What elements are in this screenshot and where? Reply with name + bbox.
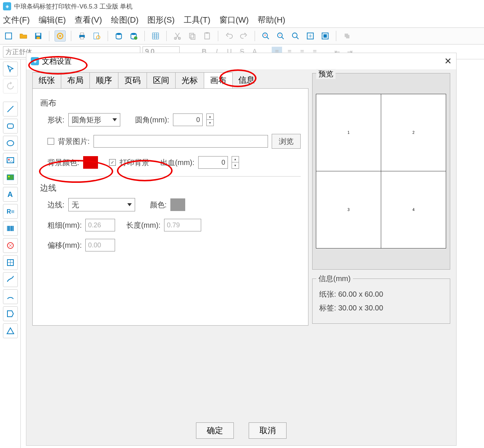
menu-file[interactable]: 文件(F) [3, 14, 30, 26]
radius-spinner[interactable]: ▲▼ [206, 113, 214, 126]
border-color-swatch[interactable] [170, 198, 185, 211]
cancel-button[interactable]: 取消 [249, 422, 287, 439]
tab-cursor[interactable]: 光标 [175, 72, 204, 88]
barcode-tool-icon[interactable] [3, 221, 18, 236]
polygon-tool-icon[interactable] [3, 306, 18, 321]
paste-icon[interactable] [202, 30, 213, 42]
menubar: 文件(F) 编辑(E) 查看(V) 绘图(D) 图形(S) 工具(T) 窗口(W… [0, 13, 484, 27]
bgimg-label: 背景图片: [58, 136, 90, 146]
svg-rect-17 [191, 34, 195, 39]
line-tool-icon[interactable] [3, 102, 18, 116]
preview-cell: 3 [316, 171, 381, 248]
save-icon[interactable] [33, 30, 44, 42]
database-icon[interactable] [113, 30, 124, 42]
radius-input[interactable]: 0 [173, 113, 203, 126]
svg-point-12 [131, 33, 137, 35]
qrcode-tool-icon[interactable] [3, 238, 18, 253]
bgcolor-swatch[interactable] [83, 156, 98, 169]
copy-icon[interactable] [187, 30, 198, 42]
shape-select[interactable]: 圆角矩形 [68, 113, 120, 126]
layers-icon[interactable] [341, 30, 353, 42]
browse-button[interactable]: 浏览 [272, 134, 301, 149]
print-icon[interactable] [76, 30, 88, 42]
zoom-fit-icon[interactable] [305, 30, 316, 42]
close-icon[interactable]: ✕ [444, 56, 452, 66]
tab-page[interactable]: 页码 [118, 72, 147, 88]
len-label: 长度(mm): [126, 220, 160, 230]
zoom-in-icon[interactable]: + [260, 30, 271, 42]
svg-rect-35 [7, 175, 14, 180]
arc-tool-icon[interactable] [3, 289, 18, 304]
image-tool-icon[interactable] [3, 153, 18, 168]
tab-canvas[interactable]: 画布 [204, 72, 233, 88]
app-title: 中琅条码标签打印软件-V6.5.3 工业版 单机 [14, 2, 133, 11]
svg-point-32 [7, 141, 14, 146]
bgimg-path-input[interactable] [94, 135, 268, 148]
picture-tool-icon[interactable] [3, 170, 18, 185]
svg-text:A: A [7, 190, 13, 198]
zoom-out-icon[interactable]: − [275, 30, 286, 42]
svg-rect-8 [80, 37, 84, 39]
tab-section[interactable]: 区间 [147, 72, 176, 88]
printbg-checkbox[interactable]: ✓ [109, 159, 116, 166]
rotate-tool-icon[interactable] [3, 79, 18, 93]
menu-view[interactable]: 查看(V) [75, 14, 102, 26]
new-doc-icon[interactable] [3, 30, 14, 42]
svg-point-24 [292, 33, 297, 38]
bleed-input[interactable]: 0 [198, 156, 228, 169]
document-settings-dialog: ◈ 文档设置 ✕ 纸张 布局 顺序 页码 区间 光标 画布 信息 画布 [26, 53, 457, 446]
tab-layout[interactable]: 布局 [61, 72, 90, 88]
undo-icon[interactable] [223, 30, 235, 42]
shape-label: 形状: [48, 115, 65, 125]
info-label-value: 30.00 x 30.00 [338, 304, 383, 312]
preview-panel: 预览 1 2 3 4 [312, 73, 450, 270]
svg-text:R≡: R≡ [7, 208, 14, 215]
svg-text:−: − [279, 33, 281, 37]
preview-cell: 4 [381, 171, 446, 248]
len-input: 0.79 [164, 219, 201, 231]
text-tool-icon[interactable]: A [3, 187, 18, 202]
grid-icon[interactable] [150, 30, 161, 42]
table-tool-icon[interactable] [3, 255, 18, 270]
ellipse-tool-icon[interactable] [3, 136, 18, 151]
curve-tool-icon[interactable] [3, 272, 18, 287]
canvas-group-title: 画布 [40, 98, 301, 109]
svg-rect-3 [36, 37, 40, 39]
svg-point-11 [116, 33, 122, 35]
tab-paper[interactable]: 纸张 [32, 72, 61, 88]
print-preview-icon[interactable] [91, 30, 102, 42]
svg-point-15 [179, 37, 181, 40]
menu-edit[interactable]: 编辑(E) [39, 14, 66, 26]
settings-icon[interactable] [55, 30, 66, 42]
bgimg-checkbox[interactable] [48, 138, 54, 145]
roundrect-tool-icon[interactable] [3, 119, 18, 134]
color-label: 颜色: [150, 200, 167, 210]
richtext-tool-icon[interactable]: R≡ [3, 204, 18, 219]
svg-rect-31 [7, 124, 13, 128]
svg-rect-0 [6, 33, 12, 39]
svg-rect-7 [80, 33, 84, 35]
svg-point-13 [134, 36, 137, 40]
svg-line-30 [7, 106, 13, 112]
ok-button[interactable]: 确定 [196, 422, 234, 439]
dialog-tabs: 纸张 布局 顺序 页码 区间 光标 画布 信息 [32, 72, 308, 88]
cut-icon[interactable] [172, 30, 183, 42]
menu-window[interactable]: 窗口(W) [219, 14, 249, 26]
redo-icon[interactable] [238, 30, 249, 42]
menu-help[interactable]: 帮助(H) [258, 14, 285, 26]
menu-shape[interactable]: 图形(S) [147, 14, 174, 26]
bleed-spinner[interactable]: ▲▼ [232, 156, 239, 169]
border-select[interactable]: 无 [68, 198, 135, 211]
zoom-actual-icon[interactable] [320, 30, 331, 42]
dialog-icon: ◈ [31, 57, 39, 65]
triangle-tool-icon[interactable] [3, 323, 18, 338]
open-icon[interactable] [18, 30, 29, 42]
menu-draw[interactable]: 绘图(D) [111, 14, 139, 26]
database-refresh-icon[interactable] [128, 30, 139, 42]
tab-order[interactable]: 顺序 [89, 72, 118, 88]
preview-cell: 1 [316, 94, 381, 171]
pointer-tool-icon[interactable] [3, 62, 18, 76]
menu-tool[interactable]: 工具(T) [184, 14, 210, 26]
zoom-icon[interactable] [290, 30, 301, 42]
tab-info[interactable]: 信息 [232, 72, 261, 88]
